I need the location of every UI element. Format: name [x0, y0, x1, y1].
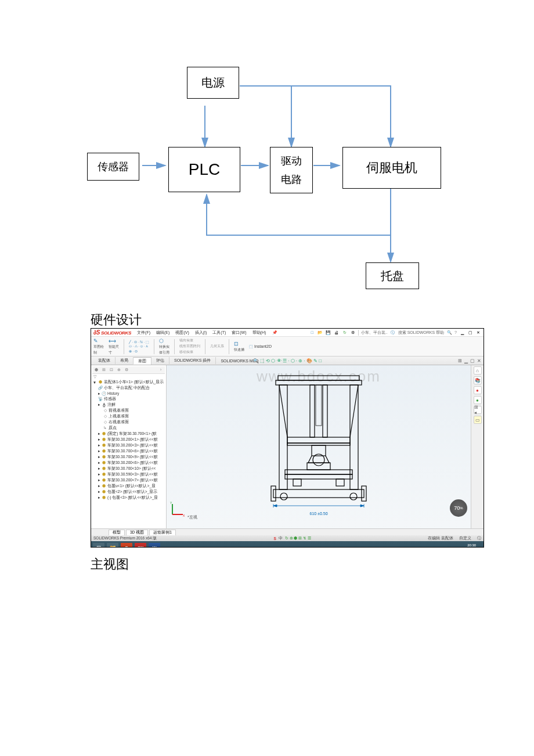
taskpane-custom-icon[interactable]: ●: [474, 396, 482, 404]
ribbon-linear[interactable]: 线性草图阵列: [179, 344, 200, 349]
tree-item[interactable]: 注解: [107, 402, 116, 408]
menu-file[interactable]: 文件(F): [137, 330, 150, 336]
tab-sketch[interactable]: 草图: [134, 357, 151, 365]
doc-min-icon[interactable]: ▁: [464, 358, 468, 363]
menu-help[interactable]: 帮助(H): [252, 330, 266, 336]
svg-rect-8: [310, 385, 315, 437]
open-icon[interactable]: 📂: [317, 330, 323, 336]
help-icon[interactable]: ⓘ: [390, 330, 396, 336]
tab-plugins[interactable]: SOLIDWORKS 插件: [169, 357, 216, 364]
tab-assembly[interactable]: 装配体: [93, 357, 116, 364]
tree-gear-icon[interactable]: ⚙: [124, 368, 129, 372]
tree-item[interactable]: 车架30.30.200<6> (默认<<默: [107, 460, 158, 466]
save-icon[interactable]: 💾: [326, 330, 331, 336]
tree-item[interactable]: 车架30.30.700<10> (默认<<: [107, 466, 156, 471]
taskpane-expand-icon[interactable]: ⊞ ◂: [474, 406, 482, 414]
tree-item[interactable]: 前视基准面: [109, 408, 129, 413]
svg-rect-9: [323, 385, 327, 437]
btab-motion[interactable]: 运动算例1: [149, 530, 176, 535]
tree-item[interactable]: (固定) 车架30.30.700<1> (默: [107, 431, 157, 437]
tree-item[interactable]: 包覆<2> (默认<<默认>_显示: [107, 489, 157, 495]
tree-item[interactable]: 原点: [109, 426, 117, 431]
ribbon-mirror[interactable]: 镜向实体: [179, 338, 200, 343]
tree-item[interactable]: 上视基准面: [109, 414, 129, 419]
tree-item[interactable]: 车架30.30.200<7> (默认<<默: [107, 478, 158, 483]
tree-root[interactable]: 装配体1小车<1> (默认<默认_显示: [104, 380, 164, 385]
taskpane-appearances-icon[interactable]: ●: [474, 386, 482, 394]
svg-rect-10: [316, 385, 322, 426]
tree-item[interactable]: 车架30.30.200<3> (默认<<默: [107, 443, 158, 448]
rebuild-icon[interactable]: ↻: [342, 330, 348, 336]
tree-display-icon[interactable]: ⊡: [109, 368, 114, 372]
taskpane-note-icon[interactable]: ▭: [474, 416, 482, 424]
solidworks-logo: ∂S SOLIDWORKS: [93, 329, 131, 336]
feature-tree[interactable]: ⬢ ⊞ ⊡ ⊕ ⚙ › ▽ ▼⬢装配体1小车<1> (默认<默认_显示 🔗小车、…: [91, 365, 167, 528]
tree-item[interactable]: (-) 包覆<3> (默认<<默认>_显: [107, 495, 158, 501]
taskpane-lib-icon[interactable]: 📚: [474, 376, 482, 384]
tree-expand-icon[interactable]: ›: [158, 368, 164, 372]
tree-item[interactable]: 车架30.30.590<3> (默认<<默: [107, 472, 158, 477]
status-custom[interactable]: 自定义: [459, 536, 471, 541]
ribbon-dim-l2: 寸: [109, 350, 119, 355]
tree-item[interactable]: 传感器: [104, 397, 116, 402]
ribbon-move[interactable]: 移动实体: [179, 350, 200, 355]
menu-view[interactable]: 视图(V): [175, 330, 189, 336]
convert-icon[interactable]: ⬡: [159, 338, 169, 344]
ime-lang[interactable]: 中: [279, 536, 283, 541]
search-icon[interactable]: 🔍: [446, 330, 452, 336]
word-icon[interactable]: W: [149, 543, 160, 548]
new-icon[interactable]: □: [309, 330, 315, 336]
instant2d-icon[interactable]: ⬚: [249, 344, 253, 349]
tree-assembly-icon[interactable]: ⬢: [93, 368, 99, 372]
tree-config-icon[interactable]: ⊞: [101, 368, 107, 372]
search-box[interactable]: 搜索 SOLIDWORKS 帮助: [398, 330, 444, 336]
menu-window[interactable]: 窗口(W): [232, 330, 246, 336]
tree-item[interactable]: History: [107, 391, 119, 395]
status-help-icon[interactable]: ⓘ: [477, 536, 481, 541]
drawing-canvas[interactable]: www.bdocx.com: [167, 365, 471, 528]
tree-item[interactable]: 车架30.30.700<9> (默认<<默: [107, 455, 158, 460]
tree-item[interactable]: 车架30.30.200<1> (默认<<默: [107, 437, 158, 442]
system-clock[interactable]: 20:30 2018/3/13: [464, 543, 482, 548]
menu-insert[interactable]: 插入(I): [195, 330, 207, 336]
taskpane-home-icon[interactable]: ⌂: [474, 366, 482, 375]
pin-icon[interactable]: 📌: [272, 330, 277, 336]
close-icon[interactable]: ✕: [475, 330, 481, 336]
tree-target-icon[interactable]: ⊕: [116, 368, 122, 372]
snap-icon[interactable]: ⊡: [234, 341, 244, 347]
filter-icon[interactable]: ▽: [92, 375, 97, 379]
doc-max-icon[interactable]: ▢: [470, 358, 475, 363]
ribbon-relations[interactable]: 几何关系: [210, 344, 224, 349]
dimension-icon[interactable]: ⟷: [109, 338, 119, 344]
diagram-box-plc: PLC: [168, 147, 240, 192]
doc-split-icon[interactable]: ⊞: [458, 358, 462, 363]
svg-rect-26: [336, 479, 344, 486]
zoom-dial[interactable]: 70%: [450, 499, 467, 517]
minimize-icon[interactable]: ▁: [459, 330, 465, 336]
doc-close-icon[interactable]: ✕: [477, 358, 481, 363]
options-icon[interactable]: ⚙: [350, 330, 356, 336]
maximize-icon[interactable]: ▢: [467, 330, 473, 336]
svg-rect-11: [287, 437, 350, 443]
ime-indicator[interactable]: S: [274, 537, 276, 541]
menu-tools[interactable]: 工具(T): [212, 330, 226, 336]
solidworks-taskbar-icon[interactable]: SW: [135, 543, 146, 548]
heads-up-toolbar[interactable]: 🔍 ⬚ ⟲ ⬡ 👁 ☰ · ⬡ · ⊕ · 🎨 ✎ □: [253, 358, 322, 363]
solidworks-screenshot: ∂S SOLIDWORKS 文件(F) 编辑(E) 视图(V) 插入(I) 工具…: [91, 328, 484, 548]
tree-item[interactable]: 右视基准面: [109, 420, 129, 425]
svg-rect-5: [276, 380, 362, 385]
btab-model[interactable]: 模型: [109, 530, 125, 535]
sketch-icon[interactable]: ✎: [93, 338, 104, 344]
ribbon-sketch-l2: 制: [93, 350, 104, 355]
menu-edit[interactable]: 编辑(E): [156, 330, 169, 336]
print-icon[interactable]: 🖨: [334, 330, 340, 336]
tree-item[interactable]: 包覆u<1> (默认<<默认>_显: [107, 484, 156, 489]
tab-evaluate[interactable]: 评估: [151, 357, 169, 364]
tab-layout[interactable]: 布局: [116, 357, 134, 364]
powerpoint-icon[interactable]: P: [121, 543, 132, 548]
explorer-icon[interactable]: 📁: [107, 543, 118, 548]
start-button[interactable]: ⊞: [93, 543, 104, 548]
tree-item[interactable]: 小车、平台装配 中的配合: [104, 386, 150, 391]
btab-3dview[interactable]: 3D 视图: [126, 530, 148, 535]
tree-item[interactable]: 车架30.30.700<6> (默认<<默: [107, 449, 158, 454]
